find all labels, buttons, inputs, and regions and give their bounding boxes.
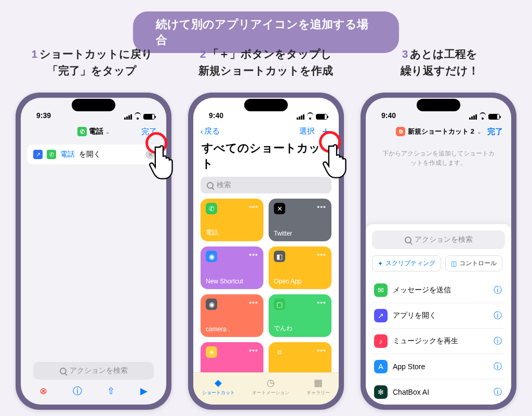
more-icon[interactable]: ••• [317, 203, 326, 211]
tile-label: camera . [206, 326, 230, 333]
action-search-bar[interactable]: アクションを検索 [372, 230, 505, 249]
chip-label: スクリプティング [385, 259, 435, 268]
phone-mockup-1: 9:39 ✆ 電話 ⌄ 完了 ↗ ✆ 電話 を開く [16, 93, 171, 410]
more-icon[interactable]: ••• [317, 346, 326, 355]
shortcut-tile[interactable]: ✕•••Twitter [269, 199, 331, 241]
action-label: メッセージを送信 [393, 285, 451, 295]
tab-label: オートメーション [252, 389, 289, 396]
search-icon [60, 368, 66, 374]
status-time: 9:39 [36, 111, 51, 120]
nav-bar: ‹ 戻る 選択 ＋ [193, 122, 339, 140]
action-app-icon: ✉ [374, 283, 388, 297]
more-icon[interactable]: ••• [249, 298, 258, 307]
suggested-action-row[interactable]: ↗アプリを開くⓘ [372, 303, 505, 329]
info-icon[interactable]: ⓘ [494, 285, 502, 296]
back-label: 戻る [204, 126, 220, 136]
battery-icon [143, 114, 155, 120]
action-app-icon: ♪ [374, 334, 388, 348]
tab-label: ショートカット [202, 389, 235, 396]
info-icon[interactable]: ⓘ [494, 310, 502, 321]
phone-app-icon: ✆ [47, 150, 56, 159]
wand-icon: ✦ [378, 260, 383, 267]
more-icon[interactable]: ••• [317, 251, 326, 259]
info-icon[interactable]: ⓘ [494, 336, 502, 347]
info-icon[interactable]: ⓘ [73, 385, 82, 397]
shortcut-title[interactable]: ⧉ 新規ショートカット 2 ⌄ [396, 127, 481, 136]
step-number: 1 [31, 48, 37, 60]
stack-icon: ◆ [215, 377, 222, 388]
clock-icon: ◷ [267, 377, 275, 388]
dynamic-island [72, 99, 115, 111]
info-icon[interactable]: ⓘ [494, 387, 502, 398]
more-icon[interactable]: ••• [317, 298, 326, 307]
action-app-icon: A [374, 360, 388, 373]
step-text-line2: 「完了」をタップ [47, 64, 137, 76]
shortcut-tile[interactable]: ◧•••Open App [269, 246, 331, 289]
status-time: 9:40 [209, 111, 223, 120]
empty-state-hint: 下からアクションを追加してショートカットを作成します。 [366, 141, 511, 175]
play-icon[interactable]: ▶ [140, 385, 148, 397]
more-icon[interactable]: ••• [249, 251, 258, 259]
search-placeholder: アクションを検索 [70, 366, 128, 375]
action-suffix-text: を開く [79, 150, 101, 159]
action-label: App Store [393, 362, 425, 371]
battery-icon [316, 114, 327, 120]
dynamic-island [417, 99, 460, 111]
search-icon [207, 182, 214, 189]
action-search-bar[interactable]: アクションを検索 [33, 362, 154, 380]
bottom-tab-bar: ◆ ショートカット ◷ オートメーション ▦ ギャラリー [193, 372, 339, 405]
suggested-action-row[interactable]: AApp Storeⓘ [372, 354, 505, 380]
suggested-action-row[interactable]: ♪ミュージックを再生ⓘ [372, 329, 505, 354]
tile-label: Twitter [274, 230, 292, 237]
shortcut-tile[interactable]: ▢•••でんわ [269, 294, 331, 337]
tab-gallery[interactable]: ▦ ギャラリー [307, 377, 330, 396]
signal-icon [469, 114, 477, 120]
done-button[interactable]: 完了 [487, 127, 503, 137]
tab-shortcuts[interactable]: ◆ ショートカット [202, 377, 235, 396]
back-button[interactable]: ‹ 戻る [201, 126, 220, 136]
shortcut-tile[interactable]: ✆•••電話 [201, 199, 263, 241]
action-app-icon: ✻ [374, 385, 388, 399]
tile-label: でんわ [274, 324, 292, 333]
phone-app-icon: ✆ [77, 127, 87, 136]
wifi-icon [134, 114, 141, 120]
action-app-icon: ↗ [374, 309, 388, 322]
chip-scripting[interactable]: ✦ スクリプティング [372, 255, 441, 271]
grid-icon: ▦ [314, 377, 323, 388]
signal-icon [124, 114, 132, 120]
more-icon[interactable]: ••• [249, 203, 258, 211]
share-icon[interactable]: ⇧ [107, 385, 115, 397]
step-text-line1: ショートカットに戻り [39, 48, 153, 60]
toggle-icon: ◫ [451, 260, 457, 267]
suggested-action-row[interactable]: ✻ChatBox AIⓘ [372, 380, 505, 405]
chevron-left-icon: ‹ [201, 127, 203, 136]
info-icon[interactable]: ⓘ [494, 361, 502, 372]
tile-app-icon: ◉ [206, 298, 217, 310]
action-label: ミュージックを再生 [393, 336, 458, 346]
pointer-hand-icon [321, 142, 352, 179]
action-label: ChatBox AI [393, 388, 429, 396]
open-app-action-row[interactable]: ↗ ✆ 電話 を開く ✕ [27, 145, 160, 164]
tile-app-icon: ⧈ [274, 346, 285, 358]
chip-control[interactable]: ◫ コントロール [445, 255, 502, 271]
search-icon [405, 237, 411, 243]
more-icon[interactable]: ••• [249, 346, 258, 355]
step-1: 1ショートカットに戻り 「完了」をタップ [9, 46, 175, 79]
tile-label: Open App [274, 278, 301, 285]
step-2: 2「＋」ボタンをタップし 新規ショートカットを作成 [183, 46, 349, 79]
shortcut-tile[interactable]: ◉•••camera . [201, 294, 263, 337]
tile-app-icon: ◉ [206, 251, 217, 262]
signal-icon [297, 114, 304, 120]
category-chips: ✦ スクリプティング ◫ コントロール ▮ [372, 255, 505, 271]
shortcut-tile[interactable]: ◉•••New Shortcut [201, 246, 263, 289]
suggested-action-row[interactable]: ✉メッセージを送信ⓘ [372, 278, 505, 303]
shortcut-title[interactable]: ✆ 電話 ⌄ [77, 127, 110, 136]
tile-app-icon: ✆ [206, 203, 217, 214]
tab-label: ギャラリー [307, 389, 330, 396]
shortcuts-grid: ✆•••電話✕•••Twitter◉•••New Shortcut◧•••Ope… [193, 199, 339, 385]
select-button[interactable]: 選択 [299, 126, 315, 136]
close-icon[interactable]: ⊗ [39, 385, 47, 397]
title-text: 新規ショートカット 2 [408, 127, 474, 136]
shortcuts-search-bar[interactable]: 検索 [201, 177, 331, 193]
tab-automation[interactable]: ◷ オートメーション [252, 377, 289, 396]
